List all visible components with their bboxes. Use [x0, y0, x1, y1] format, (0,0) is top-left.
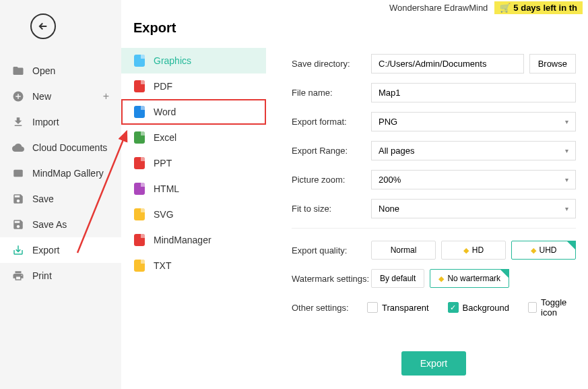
picture-zoom-label: Picture zoom: [292, 175, 371, 185]
file-name-label: File name: [292, 88, 371, 98]
plus-icon[interactable]: + [103, 90, 109, 102]
picture-zoom-select[interactable]: 200% [371, 170, 576, 189]
save-directory-input[interactable] [371, 54, 524, 73]
menu-item-cloud-documents[interactable]: Cloud Documents [0, 135, 121, 160]
menu-item-new[interactable]: New+ [0, 84, 121, 109]
doc-word-icon [133, 106, 145, 118]
export-format-ppt[interactable]: PPT [121, 150, 266, 176]
save-icon [12, 193, 24, 205]
menu-item-label: MindMap Gallery [32, 168, 104, 179]
doc-html-icon [133, 183, 145, 195]
doc-txt-icon [133, 260, 145, 272]
save-as-icon [12, 218, 24, 231]
export-button[interactable]: Export [401, 351, 466, 376]
export-format-pdf[interactable]: PDF [121, 73, 266, 99]
export-form-panel: Save directory: Browse File name: Export… [266, 0, 588, 389]
menu-item-label: New [32, 91, 51, 102]
export-format-select[interactable]: PNG [371, 112, 576, 131]
sub-item-label: SVG [154, 209, 174, 220]
left-sidebar: OpenNew+ImportCloud DocumentsMindMap Gal… [0, 0, 121, 389]
other-settings-label: Other settings: [292, 303, 367, 313]
menu-item-export[interactable]: Export [0, 237, 121, 263]
quality-hd-button[interactable]: ◆HD [441, 241, 506, 260]
menu-item-label: Print [32, 270, 52, 281]
sub-item-label: PPT [154, 158, 172, 169]
plus-circle-icon [12, 90, 24, 102]
watermark-default-button[interactable]: By default [371, 269, 424, 288]
sub-panel-title: Export [121, 20, 266, 48]
export-range-select[interactable]: All pages [371, 141, 576, 160]
sub-item-label: MindManager [154, 235, 211, 245]
quality-normal-button[interactable]: Normal [371, 241, 436, 260]
diamond-icon: ◆ [463, 246, 469, 255]
export-icon [12, 244, 24, 256]
export-range-label: Export Range: [292, 146, 371, 156]
export-format-svg[interactable]: SVG [121, 202, 266, 227]
menu-item-print[interactable]: Print [0, 263, 121, 289]
export-format-graphics[interactable]: Graphics [121, 48, 266, 73]
watermark-label: Watermark settings: [292, 274, 371, 284]
doc-pdf-icon [133, 80, 145, 92]
arrow-left-icon [37, 20, 49, 32]
diamond-icon: ◆ [438, 274, 444, 283]
background-checkbox-item[interactable]: ✓ Background [448, 297, 509, 318]
menu-item-label: Export [32, 245, 59, 256]
export-format-html[interactable]: HTML [121, 176, 266, 202]
menu-item-label: Save As [32, 219, 67, 230]
doc-svg-icon [133, 208, 145, 220]
sub-item-label: Graphics [154, 55, 191, 66]
menu-item-label: Save [32, 193, 54, 204]
export-sub-panel: Export GraphicsPDFWordExcelPPTHTMLSVGMin… [121, 0, 266, 389]
file-name-input[interactable] [371, 83, 576, 102]
checkbox-icon [528, 302, 537, 313]
divider [292, 228, 576, 229]
doc-mindmanager-icon [133, 234, 145, 246]
menu-item-open[interactable]: Open [0, 58, 121, 84]
doc-ppt-icon [133, 157, 145, 169]
export-format-mindmanager[interactable]: MindManager [121, 227, 266, 253]
import-icon [12, 116, 24, 128]
menu-item-mindmap-gallery[interactable]: MindMap Gallery [0, 160, 121, 186]
checkbox-checked-icon: ✓ [448, 302, 459, 313]
export-format-txt[interactable]: TXT [121, 253, 266, 278]
save-directory-label: Save directory: [292, 59, 371, 69]
gallery-icon [12, 167, 24, 179]
toggle-icon-checkbox-item[interactable]: Toggle icon [528, 297, 576, 318]
menu-item-label: Cloud Documents [32, 142, 107, 153]
back-button[interactable] [30, 13, 56, 39]
folder-icon [12, 65, 24, 77]
sub-item-label: Excel [154, 132, 176, 143]
menu-item-save[interactable]: Save [0, 186, 121, 212]
transparent-checkbox-item[interactable]: Transparent [367, 297, 429, 318]
sub-item-label: Word [154, 107, 176, 117]
fit-to-size-select[interactable]: None [371, 199, 576, 218]
svg-rect-1 [13, 170, 23, 177]
menu-item-label: Import [32, 117, 59, 127]
sub-item-label: PDF [154, 81, 172, 92]
browse-button[interactable]: Browse [529, 54, 576, 73]
sub-item-label: TXT [154, 260, 171, 271]
export-quality-label: Export quality: [292, 245, 371, 256]
print-icon [12, 270, 24, 282]
diamond-icon: ◆ [531, 246, 536, 255]
menu-item-import[interactable]: Import [0, 109, 121, 135]
checkbox-icon [367, 302, 378, 313]
export-format-label: Export format: [292, 117, 371, 127]
cloud-icon [12, 142, 24, 154]
export-format-excel[interactable]: Excel [121, 125, 266, 150]
quality-uhd-button[interactable]: ◆UHD [511, 241, 576, 260]
fit-to-size-label: Fit to size: [292, 204, 371, 214]
menu-item-save-as[interactable]: Save As [0, 212, 121, 237]
export-format-word[interactable]: Word [121, 99, 266, 125]
watermark-none-button[interactable]: ◆No wartermark [430, 269, 509, 288]
sub-item-label: HTML [154, 183, 179, 194]
menu-item-label: Open [32, 65, 55, 76]
doc-excel-icon [133, 131, 145, 144]
doc-graphics-icon [133, 55, 145, 67]
